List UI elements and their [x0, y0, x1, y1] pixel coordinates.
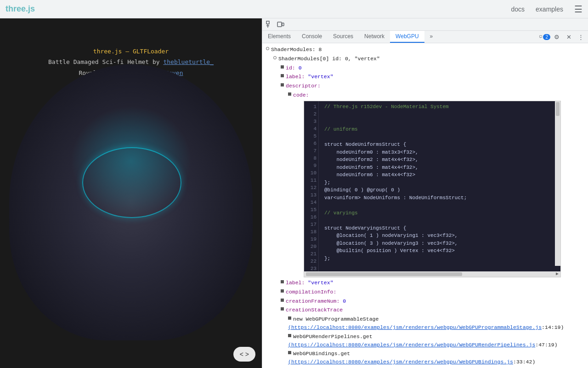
- creation-frame-value: 0: [343, 297, 346, 305]
- tab-console[interactable]: Console: [296, 31, 328, 43]
- code-line-numbers: 1234567891011121314151617181920212223242…: [304, 101, 319, 271]
- stack-link-0[interactable]: (https://localhost:8080/examples/jsm/ren…: [288, 323, 542, 332]
- label-key: label:: [286, 73, 305, 81]
- tree-shader-modules[interactable]: ShaderModules: 8: [262, 45, 588, 54]
- code-line: @builtin( position ) Vertex : vec4<f32>: [324, 247, 557, 255]
- code-line: nodeUniform5 : mat4x4<f32>,: [324, 164, 557, 172]
- stack-bullet-2: [288, 351, 291, 354]
- code-line: [324, 262, 557, 270]
- devtools-toolbar: [262, 18, 588, 31]
- code-scrollbar-thumb[interactable]: [556, 102, 560, 116]
- comments-icon[interactable]: 2: [539, 31, 550, 42]
- tree-label2[interactable]: label: "vertex": [262, 278, 588, 288]
- stack-item[interactable]: new WebGPUProgrammableStage (https://loc…: [262, 315, 588, 332]
- stack-item[interactable]: WebGPURenderPipelines.get (https://local…: [262, 332, 588, 350]
- tree-creation-frame[interactable]: creationFrameNum: 0: [262, 297, 588, 306]
- close-devtools-icon[interactable]: ✕: [563, 31, 574, 42]
- code-block-container: 1234567891011121314151617181920212223242…: [304, 101, 561, 277]
- code-line: // Three.js r152dev - NodeMaterial Syste…: [324, 103, 557, 111]
- stack-item[interactable]: WebGPUBindings.get (https://localhost:80…: [262, 349, 588, 367]
- stack-link-2[interactable]: (https://localhost:8080/examples/jsm/ren…: [288, 358, 513, 366]
- label-value: "vertex": [308, 73, 333, 81]
- code-line: // codes: [324, 270, 557, 271]
- canvas-panel: three.js – GLTFLoader Battle Damaged Sci…: [0, 18, 262, 368]
- label2-key: label:: [286, 279, 305, 287]
- property-bullet-label2: [281, 280, 284, 283]
- stack-link-1[interactable]: (https://localhost:8080/examples/jsm/ren…: [288, 341, 535, 349]
- canvas-title: three.js – GLTFLoader: [0, 46, 262, 57]
- line-number: 16: [306, 213, 317, 221]
- tree-shader-modules-0[interactable]: ShaderModules[0] id: 0, "vertex": [262, 54, 588, 63]
- line-number: 13: [306, 191, 317, 199]
- site-logo[interactable]: three.js: [6, 4, 35, 14]
- devtools-panel: Elements Console Sources Network WebGPU …: [262, 18, 588, 368]
- main-content: three.js – GLTFLoader Battle Damaged Sci…: [0, 18, 588, 368]
- devtools-content[interactable]: ShaderModules: 8 ShaderModules[0] id: 0,…: [262, 43, 588, 368]
- device-toolbar-icon[interactable]: [275, 19, 286, 30]
- tree-creation-stack[interactable]: creationStackTrace: [262, 305, 588, 315]
- more-options-icon[interactable]: ⋮: [575, 31, 586, 42]
- code-line: };: [324, 255, 557, 263]
- code-line: @binding( 0 ) @group( 0 ): [324, 186, 557, 194]
- collapse-icon[interactable]: [266, 47, 269, 50]
- code-line: nodeUniform2 : mat4x4<f32>,: [324, 156, 557, 164]
- line-number: 22: [306, 258, 317, 265]
- code-line: [324, 217, 557, 224]
- code-scrollbar-h-thumb[interactable]: [306, 272, 462, 276]
- tab-sources[interactable]: Sources: [328, 31, 359, 43]
- stack-location-2: :33:42): [513, 358, 535, 366]
- settings-icon[interactable]: ⚙: [551, 31, 562, 42]
- stack-items: new WebGPUProgrammableStage (https://loc…: [262, 315, 588, 368]
- tab-more[interactable]: »: [424, 31, 439, 43]
- id-value: 0: [299, 64, 302, 72]
- stack-bullet-1: [288, 334, 291, 337]
- property-bullet-compilation: [281, 289, 284, 293]
- tree-id[interactable]: id: 0: [262, 63, 588, 73]
- label2-value: "vertex": [308, 279, 333, 287]
- stack-location-0: :14:19): [542, 323, 564, 332]
- line-number: 18: [306, 228, 317, 236]
- collapse-icon-0[interactable]: [273, 56, 277, 59]
- svg-rect-5: [539, 35, 542, 37]
- stack-method-2: WebGPUBindings.get: [293, 350, 350, 358]
- tree-compilation-info[interactable]: compilationInfo:: [262, 288, 588, 297]
- line-number: 23: [306, 265, 317, 271]
- code-key: code:: [293, 91, 309, 99]
- line-number: 1: [306, 103, 317, 110]
- property-bullet-creation-frame: [281, 299, 284, 302]
- property-bullet-creation-stack: [281, 307, 284, 310]
- line-number: 12: [306, 184, 317, 191]
- line-number: 14: [306, 199, 317, 206]
- code-line: };: [324, 179, 557, 187]
- devtools-tabs: Elements Console Sources Network WebGPU …: [262, 31, 588, 43]
- line-number: 15: [306, 206, 317, 213]
- nav-examples[interactable]: examples: [536, 6, 563, 13]
- tree-code[interactable]: code:: [262, 91, 588, 100]
- scroll-right-arrow[interactable]: ▶: [556, 270, 559, 278]
- code-block[interactable]: 1234567891011121314151617181920212223242…: [304, 101, 560, 271]
- line-number: 2: [306, 110, 317, 118]
- tab-webgpu[interactable]: WebGPU: [390, 31, 424, 43]
- code-scrollbar-horizontal[interactable]: ▶: [304, 271, 560, 277]
- nav-docs[interactable]: docs: [511, 6, 525, 13]
- inspect-element-icon[interactable]: [264, 19, 275, 30]
- line-number: 19: [306, 236, 317, 243]
- code-line: [324, 201, 557, 209]
- code-line: [324, 118, 557, 126]
- hamburger-icon[interactable]: ☰: [574, 4, 582, 15]
- tab-network[interactable]: Network: [359, 31, 390, 43]
- tab-elements[interactable]: Elements: [262, 31, 296, 43]
- nav-arrows-button[interactable]: < >: [233, 347, 255, 362]
- stack-method-0: new WebGPUProgrammableStage: [293, 315, 379, 323]
- shader-modules-0-label: ShaderModules[0] id: 0, "vertex": [278, 55, 380, 63]
- id-key: id:: [286, 64, 295, 72]
- svg-rect-4: [282, 23, 284, 26]
- svg-rect-0: [266, 21, 269, 24]
- canvas-credit-1-link[interactable]: theblueturtle_: [163, 58, 214, 65]
- code-scrollbar-vertical[interactable]: [555, 101, 560, 266]
- tree-label[interactable]: label: "vertex": [262, 72, 588, 81]
- property-bullet-descriptor: [281, 83, 284, 86]
- line-number: 8: [306, 155, 317, 162]
- tree-descriptor[interactable]: descriptor:: [262, 81, 588, 91]
- line-number: 6: [306, 140, 317, 147]
